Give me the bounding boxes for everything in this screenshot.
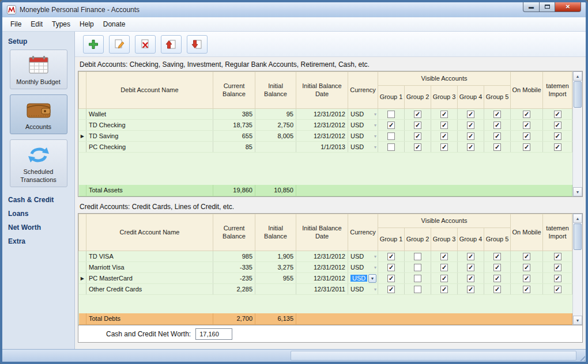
checkbox-on-mobile[interactable]: ✓	[523, 132, 530, 140]
initial-balance-cell[interactable]: 8,005	[255, 131, 296, 142]
minimize-button[interactable]: ▬	[523, 2, 540, 12]
checkbox-group-2[interactable]: ✓	[414, 122, 421, 129]
initial-balance-date-cell[interactable]: 1/1/2013	[296, 142, 348, 153]
initial-balance-date-cell[interactable]: 12/31/2012	[296, 251, 348, 262]
checkbox-group-4[interactable]: ✓	[467, 253, 474, 260]
add-account-button[interactable]	[83, 35, 104, 54]
current-balance-cell[interactable]: 85	[213, 142, 255, 153]
checkbox-group-3[interactable]: ✓	[440, 132, 448, 140]
checkbox-group-1[interactable]: ✓	[387, 286, 395, 293]
maximize-button[interactable]	[540, 2, 555, 12]
delete-account-button[interactable]	[135, 35, 156, 54]
scroll-up-button[interactable]: ▲	[573, 71, 582, 81]
currency-dropdown-icon[interactable]: ▼	[368, 274, 376, 283]
initial-balance-date-cell[interactable]: 12/31/2012	[296, 273, 348, 284]
menu-file[interactable]: File	[6, 18, 26, 30]
account-name-cell[interactable]: PC Checking	[86, 142, 213, 153]
scroll-thumb[interactable]	[574, 81, 582, 108]
account-name-cell[interactable]: Other Credit Cards	[86, 284, 213, 295]
checkbox-on-mobile[interactable]: ✓	[523, 275, 530, 282]
checkbox-group-1[interactable]: ✓	[387, 275, 395, 282]
sidebar-header-loans[interactable]: Loans	[2, 206, 74, 220]
initial-balance-date-cell[interactable]: 12/31/2012	[296, 131, 348, 142]
checkbox-group-3[interactable]: ✓	[440, 275, 448, 282]
checkbox-group-1[interactable]: ✓	[387, 264, 395, 271]
row-marker-cell[interactable]	[79, 120, 86, 131]
menu-types[interactable]: Types	[47, 18, 75, 30]
current-balance-cell[interactable]: 385	[213, 109, 255, 120]
checkbox-group-4[interactable]: ✓	[467, 275, 474, 282]
checkbox-group-2[interactable]	[414, 264, 421, 271]
initial-balance-cell[interactable]: 95	[255, 109, 296, 120]
initial-balance-date-cell[interactable]: 12/31/2012	[296, 262, 348, 273]
table-row[interactable]: Other Credit Cards2,28512/31/2011USD▾✓✓✓…	[79, 284, 572, 295]
initial-balance-cell[interactable]: 955	[255, 273, 296, 284]
import-accounts-button[interactable]	[161, 35, 182, 54]
initial-balance-cell[interactable]: 3,275	[255, 262, 296, 273]
checkbox-group-1[interactable]	[387, 132, 395, 140]
checkbox-group-1[interactable]	[387, 143, 395, 151]
checkbox-on-mobile[interactable]: ✓	[523, 122, 530, 129]
checkbox-group-3[interactable]: ✓	[440, 264, 448, 271]
checkbox-group-4[interactable]: ✓	[467, 132, 474, 140]
checkbox-on-mobile[interactable]: ✓	[523, 264, 530, 271]
checkbox-group-5[interactable]: ✓	[493, 122, 501, 129]
close-button[interactable]: ✕	[555, 2, 581, 12]
checkbox-group-2[interactable]	[414, 253, 421, 260]
scroll-down-button[interactable]: ▼	[573, 187, 582, 196]
sidebar-header-cash-credit[interactable]: Cash & Credit	[2, 192, 74, 206]
initial-balance-cell[interactable]: 1,905	[255, 251, 296, 262]
checkbox-group-2[interactable]: ✓	[414, 111, 421, 118]
checkbox-statement-import[interactable]: ✓	[554, 264, 561, 271]
scroll-down-button[interactable]: ▼	[573, 316, 582, 325]
table-row[interactable]: Wallet3859512/31/2012USD▾✓✓✓✓✓✓	[79, 109, 572, 120]
account-name-cell[interactable]: Wallet	[86, 109, 213, 120]
menu-help[interactable]: Help	[75, 18, 99, 30]
checkbox-statement-import[interactable]: ✓	[554, 286, 561, 293]
checkbox-group-5[interactable]: ✓	[493, 286, 501, 293]
checkbox-group-3[interactable]: ✓	[440, 111, 448, 118]
credit-table-scrollbar[interactable]: ▲ ▼	[572, 214, 582, 325]
account-name-cell[interactable]: PC MasterCard	[86, 273, 213, 284]
checkbox-on-mobile[interactable]: ✓	[523, 111, 530, 118]
export-accounts-button[interactable]	[187, 35, 208, 54]
checkbox-group-4[interactable]: ✓	[467, 122, 474, 129]
currency-cell[interactable]: USD▾	[348, 262, 378, 273]
checkbox-statement-import[interactable]: ✓	[554, 275, 561, 282]
scroll-up-button[interactable]: ▲	[573, 214, 582, 223]
checkbox-group-5[interactable]: ✓	[493, 132, 501, 140]
currency-cell[interactable]: USD▾	[348, 251, 378, 262]
checkbox-statement-import[interactable]: ✓	[554, 122, 561, 129]
account-name-cell[interactable]: TD Checking	[86, 120, 213, 131]
currency-cell[interactable]: USD▾	[348, 142, 378, 153]
currency-cell[interactable]: USD▾	[348, 131, 378, 142]
row-marker-cell[interactable]	[79, 109, 86, 120]
row-marker-cell[interactable]	[79, 251, 86, 262]
table-row[interactable]: PC Checking851/1/2013USD▾✓✓✓✓✓✓	[79, 142, 572, 153]
menu-donate[interactable]: Donate	[99, 18, 130, 30]
initial-balance-date-cell[interactable]: 12/31/2011	[296, 284, 348, 295]
checkbox-group-4[interactable]: ✓	[467, 111, 474, 118]
checkbox-on-mobile[interactable]: ✓	[523, 143, 530, 151]
row-marker-cell[interactable]	[79, 142, 86, 153]
current-balance-cell[interactable]: -235	[213, 273, 255, 284]
net-worth-value-field[interactable]: 17,160	[195, 328, 232, 340]
sidebar-item-accounts[interactable]: Accounts	[10, 94, 67, 134]
checkbox-group-2[interactable]	[414, 286, 421, 293]
table-row[interactable]: Marriott Visa-3353,27512/31/2012USD▾✓✓✓✓…	[79, 262, 572, 273]
sidebar-header-net-worth[interactable]: Net Worth	[2, 220, 74, 234]
checkbox-group-1[interactable]	[387, 111, 395, 118]
checkbox-statement-import[interactable]: ✓	[554, 143, 561, 151]
sidebar-header-extra[interactable]: Extra	[2, 234, 74, 248]
currency-cell[interactable]: USD▾	[348, 284, 378, 295]
scroll-thumb[interactable]	[574, 223, 582, 250]
row-marker-cell[interactable]	[79, 262, 86, 273]
account-name-cell[interactable]: TD VISA	[86, 251, 213, 262]
current-balance-cell[interactable]: -335	[213, 262, 255, 273]
edit-account-button[interactable]	[109, 35, 130, 54]
currency-cell[interactable]: USD▾	[348, 120, 378, 131]
initial-balance-cell[interactable]	[255, 284, 296, 295]
checkbox-group-2[interactable]	[414, 275, 421, 282]
checkbox-statement-import[interactable]: ✓	[554, 253, 561, 260]
table-row[interactable]: ▶TD Saving6558,00512/31/2012USD▾✓✓✓✓✓✓	[79, 131, 572, 142]
